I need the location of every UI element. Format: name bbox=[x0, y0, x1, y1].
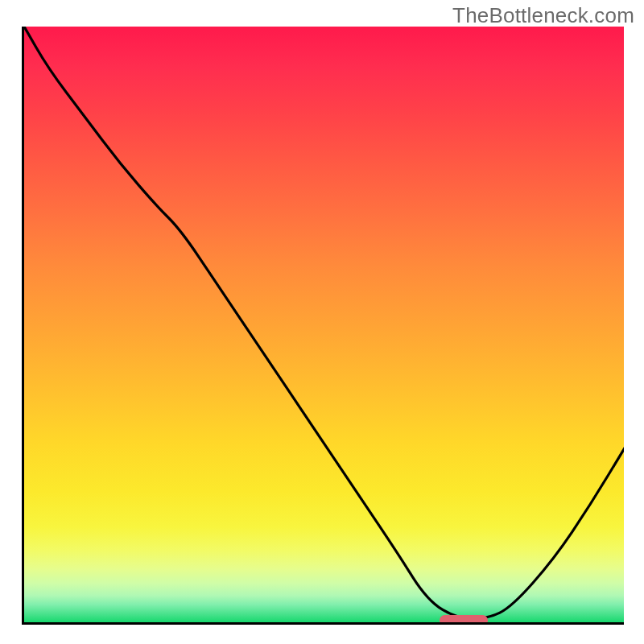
optimum-marker bbox=[440, 615, 488, 625]
watermark-text: TheBottleneck.com bbox=[452, 3, 634, 28]
bottleneck-curve bbox=[24, 27, 624, 625]
plot-area bbox=[22, 27, 624, 625]
chart-stage: TheBottleneck.com bbox=[0, 0, 644, 644]
